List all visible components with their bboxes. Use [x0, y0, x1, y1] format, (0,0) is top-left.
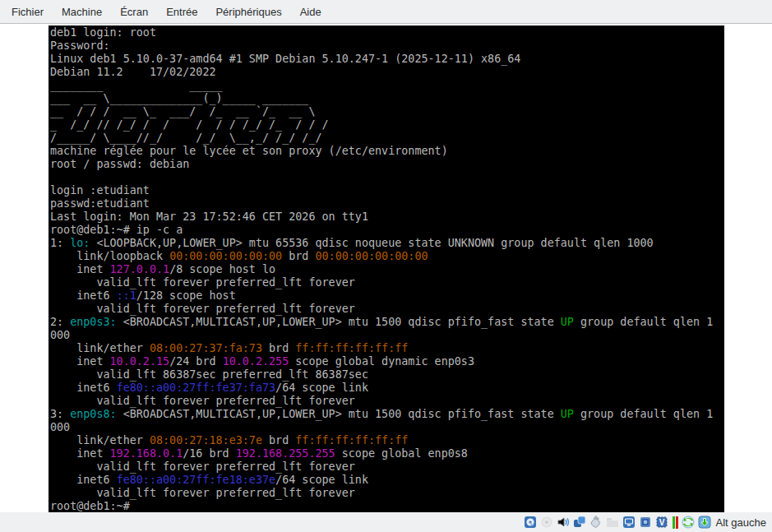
keyboard-capture-icon[interactable] — [698, 516, 711, 529]
menu-entree[interactable]: Entrée — [157, 2, 206, 22]
shared-folders-icon[interactable] — [606, 516, 619, 529]
menu-ecran[interactable]: Écran — [111, 2, 157, 22]
terminal-line: machine réglée pour le lycée et son prox… — [50, 145, 724, 158]
features-icon[interactable]: V — [655, 516, 668, 529]
terminal-line: inet 192.168.0.1/16 brd 192.168.255.255 … — [50, 447, 724, 460]
terminal-line: root@deb1:~# ip -c a — [50, 224, 724, 237]
menu-machine[interactable]: Machine — [53, 2, 111, 22]
svg-text:V: V — [659, 518, 664, 527]
hard-disks-icon[interactable] — [524, 516, 537, 529]
terminal-line: valid_lft forever preferred_lft forever — [50, 395, 724, 408]
terminal-line: valid_lft forever preferred_lft forever — [50, 487, 724, 500]
terminal-line: inet 127.0.0.1/8 scope host lo — [50, 263, 724, 276]
menu-fichier[interactable]: Fichier — [2, 2, 53, 22]
terminal-line: Debian 11.2 17/02/2022 — [50, 66, 724, 79]
terminal-line: valid_lft forever preferred_lft forever — [50, 460, 724, 474]
terminal-line: inet6 ::1/128 scope host — [50, 289, 724, 303]
terminal-line: inet6 fe80::a00:27ff:fe37:fa73/64 scope … — [50, 382, 724, 395]
menubar: Fichier Machine Écran Entrée Périphériqu… — [0, 0, 772, 24]
display-icon[interactable] — [622, 516, 636, 529]
terminal-line: root@deb1:~# — [50, 500, 724, 512]
terminal-line: 3: enp0s8: <BROADCAST,MULTICAST,UP,LOWER… — [50, 408, 724, 421]
terminal-line: Password: — [50, 39, 724, 53]
terminal-line: 1: lo: <LOOPBACK,UP,LOWER_UP> mtu 65536 … — [50, 237, 724, 250]
terminal-line: valid_lft forever preferred_lft forever — [50, 276, 724, 289]
terminal-line: link/ether 08:00:27:18:e3:7e brd ff:ff:f… — [50, 434, 724, 447]
recording-icon[interactable] — [639, 516, 652, 529]
terminal-line: inet6 fe80::a00:27ff:fe18:e37e/64 scope … — [50, 474, 724, 487]
terminal-line: root / passwd: debian — [50, 158, 724, 171]
terminal-line: __ / / / __ \_ ___/ /_ __ `/_ __ \ — [50, 105, 724, 118]
terminal-line: /_____/ \____//_/ /_/ \__,_/ /_/ /_/ — [50, 132, 724, 145]
menu-peripheriques[interactable]: Périphériques — [206, 2, 290, 22]
audio-icon[interactable] — [557, 516, 570, 529]
terminal-screen[interactable]: deb1 login: rootPassword:Linux deb1 5.10… — [49, 25, 724, 512]
terminal-line: valid_lft 86387sec preferred_lft 86387se… — [50, 368, 724, 382]
menu-aide[interactable]: Aide — [291, 2, 331, 22]
terminal-line: Linux deb1 5.10.0-37-amd64 #1 SMP Debian… — [50, 53, 724, 66]
terminal-line: login :etudiant — [50, 184, 724, 197]
terminal-line: 2: enp0s3: <BROADCAST,MULTICAST,UP,LOWER… — [50, 316, 724, 329]
terminal-line: ________ _____ — [50, 79, 724, 92]
terminal-line: 000 — [50, 329, 724, 342]
terminal-line: ___ __ \______________(_)_____ _______ — [50, 92, 724, 105]
usb-icon[interactable] — [589, 516, 603, 529]
network-icon[interactable] — [573, 516, 586, 529]
terminal-line: inet 10.0.2.15/24 brd 10.0.2.255 scope g… — [50, 355, 724, 368]
terminal-line: _ /_/ // /_/ / / / / / /_/ /_ / / / — [50, 118, 724, 132]
statusbar: V Alt gauche — [0, 512, 772, 532]
terminal-line: link/loopback 00:00:00:00:00:00 brd 00:0… — [50, 250, 724, 263]
vm-display-area: deb1 login: rootPassword:Linux deb1 5.10… — [0, 25, 772, 512]
terminal-line: passwd:etudiant — [50, 197, 724, 210]
terminal-line: valid_lft forever preferred_lft forever — [50, 303, 724, 316]
optical-drives-icon[interactable] — [540, 516, 553, 529]
activity-indicator — [673, 516, 678, 529]
terminal-line: Last login: Mon Mar 23 17:52:46 CET 2026… — [50, 210, 724, 224]
host-key-label: Alt gauche — [716, 516, 766, 529]
mouse-integration-icon[interactable] — [682, 516, 695, 529]
terminal-line: link/ether 08:00:27:37:fa:73 brd ff:ff:f… — [50, 342, 724, 355]
terminal-line: deb1 login: root — [50, 26, 724, 39]
terminal-line — [50, 171, 724, 184]
terminal-line: 000 — [50, 421, 724, 434]
